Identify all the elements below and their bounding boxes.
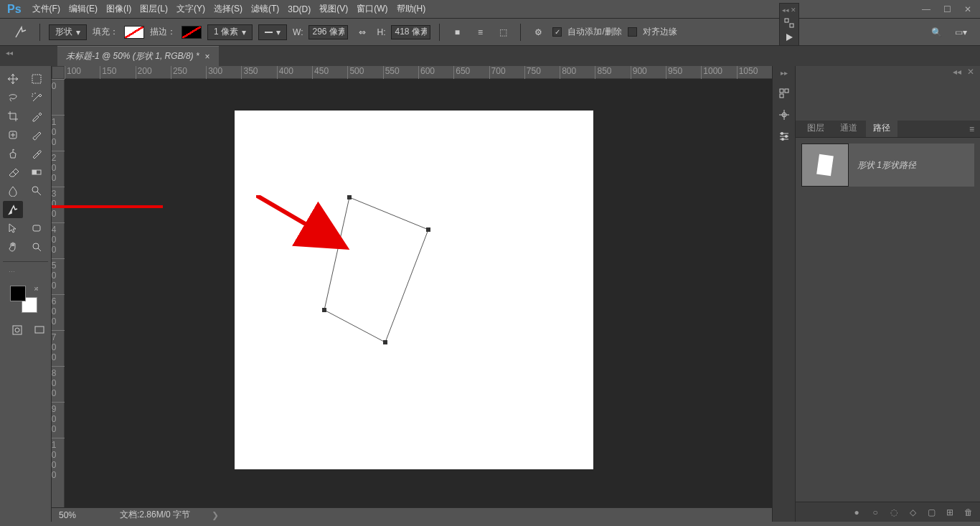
swap-colors-icon[interactable]: ⤭ [34, 286, 39, 292]
svg-point-8 [15, 328, 19, 332]
document-tab[interactable]: 未标题-1 @ 50% (形状 1, RGB/8) * × [57, 46, 219, 66]
menu-select[interactable]: 选择(S) [214, 3, 242, 15]
rectangle-tool[interactable] [27, 220, 47, 237]
magic-wand-tool[interactable] [27, 89, 47, 106]
lasso-tool[interactable] [3, 89, 23, 106]
path-thumbnail[interactable] [801, 144, 849, 187]
make-work-path-icon[interactable]: ◇ [907, 507, 918, 518]
paths-panel-content: 形状 1形状路径 [796, 138, 980, 202]
collapse-tools-icon[interactable]: ◂◂ [6, 49, 13, 57]
menu-type[interactable]: 文字(Y) [176, 3, 205, 15]
color-swatches[interactable]: ⤭ [10, 286, 37, 313]
new-path-icon[interactable]: ⊞ [944, 507, 956, 518]
svg-rect-19 [780, 94, 783, 98]
settings-gear-icon[interactable]: ⚙ [529, 24, 547, 40]
auto-add-checkbox[interactable] [552, 27, 562, 37]
menu-window[interactable]: 窗口(W) [357, 3, 387, 15]
stroke-path-icon[interactable]: ○ [870, 507, 881, 518]
options-bar: 形状▾ 填充： 描边： 1 像素▾ ▾ W: ⇔ H: ■ ≡ ⬚ ⚙ 自动添加… [0, 19, 980, 46]
align-edges-checkbox[interactable] [628, 27, 637, 37]
right-dock: ▸▸ ◂◂ ✕ 图层 通道 路径 ≡ 形状 1形状 [772, 66, 980, 522]
ruler-origin[interactable] [52, 66, 65, 79]
gradient-tool[interactable] [27, 164, 47, 181]
stroke-width-dropdown[interactable]: 1 像素▾ [207, 24, 253, 40]
height-field[interactable] [391, 25, 430, 39]
menu-layer[interactable]: 图层(L) [140, 3, 168, 15]
clone-tool[interactable] [3, 145, 23, 162]
fill-swatch[interactable] [124, 26, 144, 39]
move-tool[interactable] [3, 70, 23, 88]
hand-tool[interactable] [3, 238, 23, 255]
panel-menu-icon[interactable]: ≡ [963, 121, 980, 137]
svg-rect-18 [785, 89, 788, 93]
menu-image[interactable]: 图像(I) [106, 3, 131, 15]
close-tab-icon[interactable]: × [205, 52, 210, 62]
link-wh-icon[interactable]: ⇔ [354, 24, 371, 40]
history-brush-tool[interactable] [27, 145, 47, 162]
delete-path-icon[interactable]: 🗑 [963, 507, 974, 518]
mini-panel-play-icon[interactable] [781, 32, 797, 42]
history-panel-icon[interactable] [776, 85, 792, 101]
spot-heal-tool[interactable] [3, 126, 23, 144]
mini-panel-collapse-icon[interactable]: ◂◂ ✕ [782, 6, 797, 14]
menu-view[interactable]: 视图(V) [319, 3, 348, 15]
workspace-switcher-icon[interactable]: ▭▾ [952, 24, 969, 40]
pen-tool[interactable] [3, 201, 23, 218]
menu-file[interactable]: 文件(F) [32, 3, 60, 15]
path-to-selection-icon[interactable]: ◌ [888, 507, 900, 518]
path-align-icon[interactable]: ≡ [471, 24, 489, 40]
add-mask-icon[interactable]: ▢ [925, 507, 937, 518]
eyedropper-tool[interactable] [27, 108, 47, 125]
path-arrange-icon[interactable]: ⬚ [494, 24, 512, 40]
zoom-level[interactable]: 50% [59, 510, 98, 520]
panel-close-icon[interactable]: ✕ [967, 67, 974, 77]
menu-filter[interactable]: 滤镜(T) [251, 3, 279, 15]
properties-panel-icon[interactable] [776, 107, 792, 123]
width-field[interactable] [308, 25, 348, 39]
minimize-button[interactable]: — [921, 4, 931, 14]
height-label: H: [377, 27, 385, 37]
fill-path-icon[interactable]: ● [851, 507, 862, 518]
menu-help[interactable]: 帮助(H) [397, 3, 426, 15]
tab-channels[interactable]: 通道 [833, 119, 864, 137]
vertical-ruler[interactable]: 0100 200300 400500 600700 800900 1000 [52, 79, 65, 509]
stroke-swatch[interactable] [182, 26, 202, 39]
tool-mode-dropdown[interactable]: 形状▾ [49, 24, 87, 40]
svg-point-22 [785, 135, 788, 138]
quick-mask-icon[interactable] [9, 321, 26, 339]
svg-rect-0 [32, 75, 41, 83]
foreground-color[interactable] [10, 286, 26, 301]
collapsed-panel-strip: ▸▸ [773, 66, 796, 522]
stroke-style-dropdown[interactable]: ▾ [258, 24, 287, 40]
menu-edit[interactable]: 编辑(E) [69, 3, 98, 15]
current-tool-icon[interactable] [11, 24, 31, 41]
zoom-tool[interactable] [27, 238, 47, 255]
canvas-area[interactable]: 100150 200250 300350 400450 500550 60065… [52, 66, 772, 522]
strip-collapse-icon[interactable]: ▸▸ [773, 69, 795, 77]
svg-point-6 [33, 243, 39, 249]
app-logo: Ps [7, 3, 22, 16]
adjustments-panel-icon[interactable] [776, 128, 792, 144]
path-op-icon[interactable]: ■ [448, 24, 466, 40]
path-item[interactable]: 形状 1形状路径 [801, 144, 974, 187]
maximize-button[interactable]: ☐ [942, 4, 952, 14]
doc-info[interactable]: 文档:2.86M/0 字节 [120, 509, 190, 521]
panel-collapse-icon[interactable]: ◂◂ [953, 67, 961, 77]
eraser-tool[interactable] [3, 164, 23, 181]
crop-tool[interactable] [3, 108, 23, 125]
search-icon[interactable]: 🔍 [928, 24, 945, 40]
mini-panel-icon-1[interactable] [781, 18, 797, 28]
rect-marquee-tool[interactable] [27, 70, 47, 88]
close-button[interactable]: ✕ [963, 4, 973, 14]
status-menu-icon[interactable]: ❯ [212, 510, 219, 520]
dodge-tool[interactable] [27, 182, 47, 199]
path-select-tool[interactable] [3, 220, 23, 237]
tab-paths[interactable]: 路径 [866, 119, 897, 137]
horizontal-ruler[interactable]: 100150 200250 300350 400450 500550 60065… [65, 66, 772, 79]
canvas-document[interactable] [235, 111, 593, 469]
blur-tool[interactable] [3, 182, 23, 199]
tab-layers[interactable]: 图层 [800, 119, 831, 137]
screen-mode-icon[interactable] [32, 321, 49, 339]
brush-tool[interactable] [27, 126, 47, 144]
menu-3d[interactable]: 3D(D) [288, 4, 311, 14]
